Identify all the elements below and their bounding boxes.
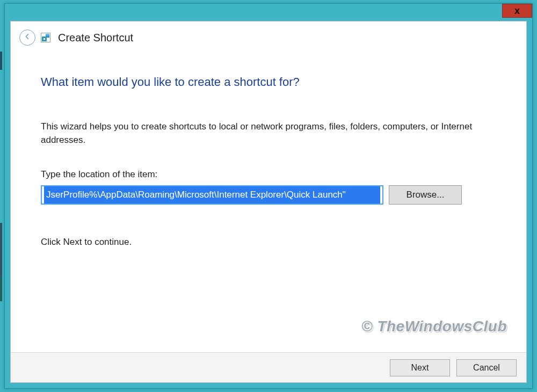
location-input-selection: JserProfile%\AppData\Roaming\Microsoft\I… [44, 186, 380, 204]
artifact-edge [0, 52, 2, 352]
next-button[interactable]: Next [390, 359, 450, 376]
titlebar: x [5, 4, 532, 21]
wizard-window: x Create Shortcut What item would you li… [4, 3, 533, 389]
location-label: Type the location of the item: [41, 169, 511, 180]
client-area: Create Shortcut What item would you like… [10, 21, 527, 383]
content: What item would you like to create a sho… [41, 75, 511, 345]
location-input[interactable]: JserProfile%\AppData\Roaming\Microsoft\I… [41, 185, 383, 205]
page-description: This wizard helps you to create shortcut… [41, 120, 511, 147]
watermark: © TheWindowsClub [361, 318, 507, 335]
close-button[interactable]: x [502, 4, 532, 18]
wizard-header: Create Shortcut [11, 21, 526, 54]
wizard-title: Create Shortcut [58, 32, 133, 44]
continue-hint: Click Next to continue. [41, 237, 511, 248]
page-heading: What item would you like to create a sho… [41, 75, 511, 89]
footer: Next Cancel [11, 352, 526, 382]
location-row: JserProfile%\AppData\Roaming\Microsoft\I… [41, 185, 511, 205]
close-icon: x [514, 5, 520, 17]
browse-button[interactable]: Browse... [389, 185, 462, 205]
cancel-button[interactable]: Cancel [456, 359, 517, 376]
back-button[interactable] [19, 30, 35, 46]
shortcut-icon [41, 33, 50, 42]
arrow-left-icon [23, 32, 32, 43]
